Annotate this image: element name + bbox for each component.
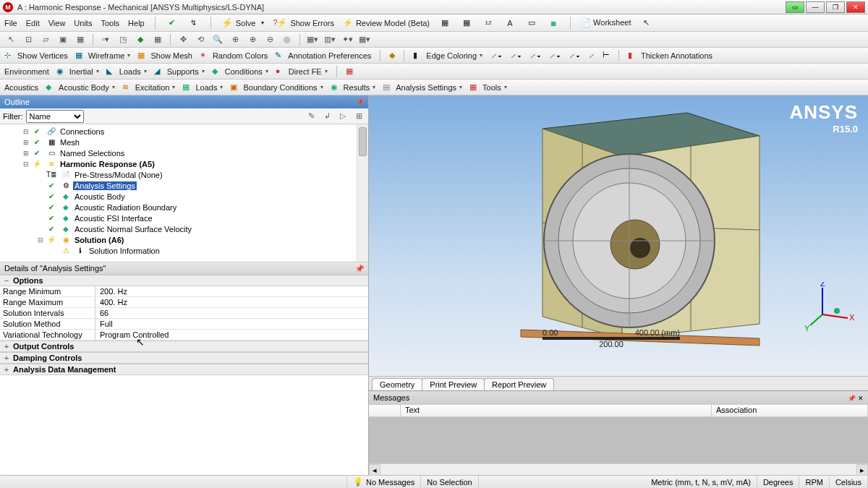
- col-text[interactable]: Text: [401, 405, 712, 416]
- select-tool-icon[interactable]: ▭: [525, 17, 538, 30]
- directfe-button[interactable]: ●Direct FE: [276, 67, 328, 77]
- wireframe-button[interactable]: ▦Wireframe: [75, 51, 131, 61]
- conditions-button[interactable]: ◆Conditions: [212, 67, 268, 77]
- tree-node-acoustic-body[interactable]: ✔◆Acoustic Body: [1, 191, 367, 202]
- prop-method[interactable]: Solution MethodFull: [0, 319, 368, 330]
- random-colors-button[interactable]: ✴Random Colors: [200, 51, 268, 61]
- iso-icon[interactable]: 12: [482, 17, 495, 30]
- review-model-button[interactable]: ⚡Review Model (Beta): [343, 18, 430, 27]
- expand-all-icon[interactable]: ⊞: [352, 110, 365, 123]
- tool-icon-1[interactable]: ▦: [438, 17, 451, 30]
- zoom-box-icon[interactable]: 🔍: [211, 33, 224, 46]
- stop-icon[interactable]: ↯: [187, 17, 200, 30]
- analysis-settings-button[interactable]: ▤Analysis Settings: [383, 82, 462, 93]
- edge-style-1-icon[interactable]: ⟋▾: [490, 51, 502, 60]
- excitation-button[interactable]: ≋Excitation: [122, 82, 176, 93]
- filter-select[interactable]: Name: [26, 110, 84, 123]
- maximize-button[interactable]: ❐: [826, 1, 845, 13]
- edge-style-2-icon[interactable]: ⟋▾: [509, 51, 522, 60]
- axis-triad[interactable]: X Y Z: [804, 282, 855, 333]
- pan-icon[interactable]: ✥: [176, 33, 190, 46]
- zoom-fit-icon[interactable]: ⊕: [229, 33, 242, 46]
- select-body-icon[interactable]: ▦: [74, 33, 87, 46]
- filter-next-icon[interactable]: ▷: [336, 110, 349, 123]
- rotate-icon[interactable]: ⟲: [194, 33, 207, 46]
- close-button[interactable]: ✕: [846, 1, 865, 13]
- thicken-annotations-button[interactable]: ▮Thicken Annotations: [628, 51, 712, 61]
- 3d-viewport[interactable]: ANSYS R15.0: [369, 95, 868, 376]
- tree-node-harmonic[interactable]: ⊟⚡≋Harmonic Response (A5): [1, 158, 367, 169]
- solve-button[interactable]: ⚡Solve▾: [221, 17, 265, 28]
- col-association[interactable]: Association: [712, 405, 868, 416]
- boundary-conditions-button[interactable]: ▣Boundary Conditions: [230, 82, 323, 93]
- cube-icon[interactable]: ◆: [389, 51, 395, 60]
- edge-style-6-icon[interactable]: ⟋: [587, 51, 595, 60]
- messages-hscrollbar[interactable]: ◂▸: [369, 463, 868, 475]
- minimize-button[interactable]: —: [806, 1, 825, 13]
- filter-clear-icon[interactable]: ↲: [320, 110, 333, 123]
- tree-node-radiation-boundary[interactable]: ✔◆Acoustic Radiation Boundary: [1, 202, 367, 213]
- preferences-icon[interactable]: ▦▾: [358, 33, 371, 46]
- acoustics-loads-button[interactable]: ▦Loads: [182, 82, 223, 93]
- menu-units[interactable]: Units: [74, 19, 92, 27]
- select-node-icon[interactable]: ◆: [134, 33, 147, 46]
- menu-view[interactable]: View: [48, 19, 66, 27]
- menu-help[interactable]: Help: [128, 19, 145, 27]
- script-icon[interactable]: ▦: [346, 67, 353, 76]
- details-cat-output[interactable]: +Output Controls: [0, 341, 368, 352]
- tree-scrollbar[interactable]: [357, 124, 368, 262]
- tab-report-preview[interactable]: Report Preview: [484, 378, 554, 390]
- details-cat-damping[interactable]: +Damping Controls: [0, 352, 368, 364]
- supports-button[interactable]: ◢Supports: [154, 67, 205, 77]
- prop-range-min[interactable]: Range Minimum200. Hz: [0, 286, 368, 297]
- select-face-icon[interactable]: ▣: [56, 33, 69, 46]
- show-vertices-button[interactable]: ⊹Show Vertices: [4, 51, 68, 61]
- refresh-icon[interactable]: ✔: [166, 17, 179, 30]
- worksheet-button[interactable]: 📄 Worksheet: [581, 18, 631, 27]
- show-mesh-button[interactable]: ▦Show Mesh: [137, 51, 192, 61]
- status-units[interactable]: Metric (mm, t, N, s, mV, mA): [645, 476, 757, 488]
- tab-print-preview[interactable]: Print Preview: [422, 378, 485, 390]
- text-tool-icon[interactable]: A: [503, 17, 516, 30]
- select-mode-single-icon[interactable]: ▫▾: [99, 33, 112, 46]
- outline-tree[interactable]: ⊟✔🔗Connections ⊞✔▦Mesh ⊞✔▭Named Selectio…: [0, 124, 368, 262]
- tree-node-prestress[interactable]: T≣📄Pre-Stress/Modal (None): [1, 169, 367, 180]
- ribbon-collapse-button[interactable]: ▭: [786, 1, 804, 13]
- menu-tools[interactable]: Tools: [101, 19, 119, 27]
- messages-close-icon[interactable]: ✕: [858, 395, 864, 402]
- show-errors-button[interactable]: ?⚡Show Errors: [273, 18, 334, 27]
- tree-node-analysis-settings[interactable]: ✔⚙Analysis Settings: [1, 180, 367, 191]
- select-element-icon[interactable]: ▦: [151, 33, 164, 46]
- filter-apply-icon[interactable]: ✎: [305, 110, 318, 123]
- view-mode-icon[interactable]: ▦▾: [306, 33, 319, 46]
- edge-style-3-icon[interactable]: ⟋▾: [529, 51, 541, 60]
- prop-vartech[interactable]: Variational TechnologyProgram Controlled: [0, 330, 368, 341]
- tree-node-fsi[interactable]: ✔◆Acoustic FSI Interface: [1, 213, 367, 223]
- prop-range-max[interactable]: Range Maximum400. Hz: [0, 297, 368, 308]
- acoustic-body-button[interactable]: ◆Acoustic Body: [46, 82, 115, 93]
- ruler-icon[interactable]: ⊢: [603, 51, 610, 60]
- details-cat-options[interactable]: −Options: [0, 275, 368, 286]
- select-vertex-icon[interactable]: ⊡: [22, 33, 35, 46]
- details-pin-icon[interactable]: 📌: [355, 265, 364, 273]
- tree-node-connections[interactable]: ⊟✔🔗Connections: [1, 126, 367, 137]
- loads-button[interactable]: ◣Loads: [106, 67, 147, 77]
- pointer-icon[interactable]: ↖: [639, 17, 652, 30]
- look-at-icon[interactable]: ◎: [281, 33, 294, 46]
- details-cat-adm[interactable]: +Analysis Data Management: [0, 364, 368, 375]
- annotation-prefs-button[interactable]: ✎Annotation Preferences: [275, 51, 371, 61]
- select-cursor-icon[interactable]: ↖: [4, 33, 17, 46]
- tree-node-normal-velocity[interactable]: ✔◆Acoustic Normal Surface Velocity: [1, 223, 367, 234]
- edge-style-4-icon[interactable]: ⟋▾: [548, 51, 561, 60]
- zoom-in-icon[interactable]: ⊕: [246, 33, 259, 46]
- edge-style-5-icon[interactable]: ⟋▾: [568, 51, 580, 60]
- select-edge-icon[interactable]: ▱: [39, 33, 52, 46]
- results-button[interactable]: ◉Results: [331, 82, 376, 93]
- prop-intervals[interactable]: Solution Intervals66: [0, 308, 368, 319]
- section-icon[interactable]: ▥▾: [323, 33, 336, 46]
- tree-node-named-selections[interactable]: ⊞✔▭Named Selections: [1, 147, 367, 158]
- tree-node-solution-info[interactable]: ⚠ℹSolution Information: [1, 245, 367, 256]
- acoustics-tools-button[interactable]: ▦Tools: [469, 82, 507, 93]
- tree-node-solution[interactable]: ⊟⚡◉Solution (A6): [1, 234, 367, 245]
- camera-icon[interactable]: ◙: [547, 17, 560, 30]
